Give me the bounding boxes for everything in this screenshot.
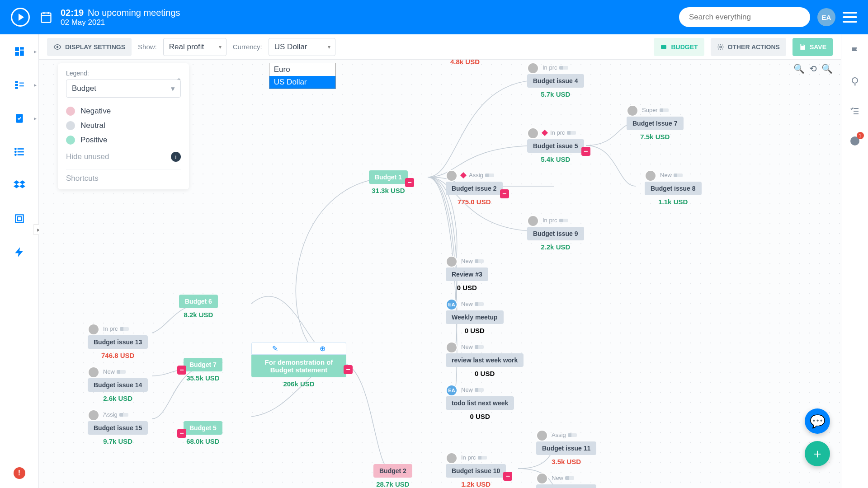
node-review-3[interactable]: New Review #3 0 USD [446,267,488,291]
zoom-reset-icon[interactable]: ⟲ [809,63,817,74]
legend-hide-unused[interactable]: Hide unusedi [66,147,181,166]
svg-rect-5 [20,47,24,49]
svg-rect-29 [661,45,666,49]
collapse-icon[interactable]: − [503,472,512,481]
header-meetings: No upcoming meetings [88,8,180,18]
zoom-in-icon[interactable]: 🔍 [793,63,805,74]
currency-option-euro[interactable]: Euro [269,63,335,76]
avatar-icon [527,62,539,74]
node-budget-5[interactable]: Budget 5 68.0k USD − [184,421,222,445]
node-budget-issue-14[interactable]: New Budget issue 14 2.6k USD [88,378,148,402]
avatar-icon [446,342,458,353]
zoom-controls: 🔍 ⟲ 🔍 [793,63,833,74]
avatar-icon [527,127,539,139]
checklist-icon[interactable] [849,105,861,117]
node-budget-issue-2[interactable]: Assig Budget issue 2 775.0 USD − [446,182,503,206]
other-actions-button[interactable]: OTHER ACTIONS [711,38,786,56]
svg-point-28 [57,46,59,48]
sidebar-frame[interactable] [11,211,28,227]
left-sidebar: ▸ ▸ ▸ ▸ ! [0,34,39,488]
node-budget-issue-11[interactable]: Assig Budget issue 11 3.5k USD [536,441,596,465]
legend-dropdown[interactable]: Budget▾ [66,80,181,98]
save-button[interactable]: SAVE [793,38,833,56]
node-weekly-meetup[interactable]: EA New Weekly meetup 0 USD [446,310,504,334]
avatar-icon: EA [446,299,458,310]
node-budget-issue-7[interactable]: Super Budget Issue 7 7.5k USD [627,117,684,141]
avatar-icon [88,409,99,421]
add-fab[interactable]: ＋ [805,441,830,466]
avatar-icon [88,324,99,335]
bulb-icon[interactable] [849,75,861,88]
svg-point-18 [15,151,16,152]
right-sidebar: 1 [841,34,868,488]
currency-option-usd[interactable]: US Dollar [269,76,335,89]
info-icon[interactable]: i [171,152,181,162]
sidebar-dropbox[interactable] [11,177,28,193]
svg-rect-4 [15,47,19,51]
node-budget-issue-5[interactable]: In prc Budget issue 5 5.4k USD − [527,139,584,163]
svg-rect-10 [15,87,18,89]
top-header: 02:19 No upcoming meetings 02 May 2021 E… [0,0,868,34]
node-budget-issue-3[interactable]: 4.8k USD [450,60,480,66]
zoom-out-icon[interactable]: 🔍 [821,63,833,74]
header-text: 02:19 No upcoming meetings 02 May 2021 [61,8,180,27]
node-budget-7[interactable]: Budget 7 35.5k USD − [184,358,222,382]
svg-point-17 [15,148,16,149]
header-time: 02:19 [61,8,84,18]
node-budget-issue-15[interactable]: Assig Budget issue 15 9.7k USD [88,421,148,445]
collapse-icon[interactable]: − [405,178,414,187]
sidebar-structure[interactable]: ▸ [11,77,28,93]
logo-icon[interactable] [11,8,30,27]
svg-rect-8 [15,81,18,83]
node-review-last-week[interactable]: New review last week work 0 USD [446,353,524,377]
collapse-icon[interactable]: − [177,429,186,438]
collapse-icon[interactable]: − [500,189,509,198]
sidebar-dashboard[interactable]: ▸ [11,43,28,60]
user-avatar[interactable]: EA [817,8,835,26]
collapse-icon[interactable]: − [344,365,353,374]
currency-label: Currency: [233,43,262,51]
menu-icon[interactable] [843,12,857,23]
show-dropdown[interactable]: Real profit [163,38,226,56]
node-budget-issue-10[interactable]: In prc Budget issue 10 1.2k USD − [446,464,506,488]
node-budget-1[interactable]: Budget 1 31.3k USD − [369,170,408,194]
display-settings-button[interactable]: DISPLAY SETTINGS [47,38,132,56]
node-todo-list[interactable]: EA New todo list next week 0 USD [446,396,514,420]
edit-icon[interactable]: ✎ [252,343,299,354]
svg-point-19 [15,154,16,155]
legend-item-positive: Positive [66,133,181,147]
avatar-icon [645,170,656,182]
clock-icon[interactable]: 1 [849,135,861,147]
collapse-icon[interactable]: − [581,147,590,156]
currency-dropdown[interactable]: US Dollar Euro US Dollar [269,38,335,56]
add-child-icon[interactable]: ⊕ [299,343,346,354]
node-budget-2[interactable]: Budget 2 28.7k USD [373,464,412,488]
svg-point-30 [720,46,722,48]
center-node[interactable]: ✎ ⊕ For demonstration of Budget statemen… [251,342,346,388]
flag-icon[interactable] [849,45,861,58]
collapse-icon[interactable]: − [177,366,186,375]
sidebar-alert-icon[interactable]: ! [14,467,25,479]
node-budget-issue-13[interactable]: In prc Budget issue 13 746.8 USD [88,335,148,359]
legend-item-negative: Negative [66,104,181,118]
chat-fab[interactable]: 💬 [805,408,830,434]
legend-shortcuts[interactable]: Shortcuts [66,169,181,183]
node-budget-issue-12[interactable]: New Budget issue 12 [536,484,596,488]
node-budget-6[interactable]: Budget 6 8.2k USD [179,295,218,319]
avatar-icon [446,452,458,464]
collapse-icon[interactable]: ⌃ [176,77,182,85]
svg-rect-12 [19,85,24,86]
sidebar-bolt[interactable] [11,244,28,260]
svg-rect-7 [15,52,19,56]
avatar-icon [446,170,458,182]
svg-point-22 [852,78,858,83]
calendar-icon[interactable] [40,11,52,23]
budget-button[interactable]: BUDGET [654,38,704,56]
node-budget-issue-8[interactable]: New Budget issue 8 1.1k USD [645,182,702,206]
sidebar-list[interactable] [11,144,28,160]
search-input[interactable] [679,7,810,27]
sidebar-tasks[interactable]: ▸ [11,110,28,127]
avatar-icon [88,366,99,378]
node-budget-issue-4[interactable]: In prc Budget issue 4 5.7k USD [527,74,584,98]
node-budget-issue-9[interactable]: In prc Budget issue 9 2.2k USD [527,227,584,251]
